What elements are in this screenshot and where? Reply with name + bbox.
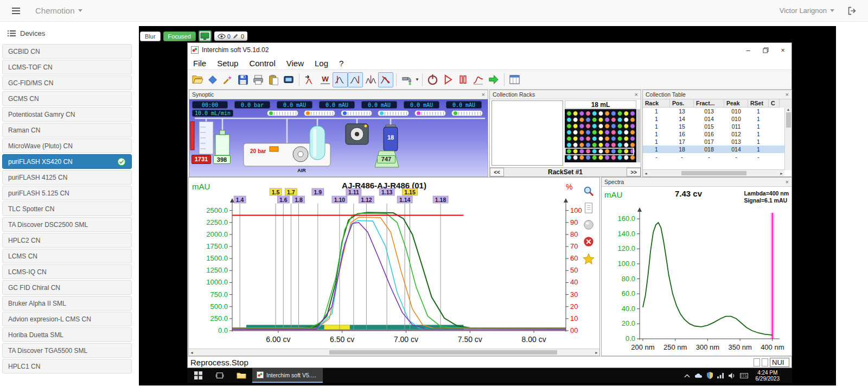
spectra-plot[interactable]: 0.020.040.060.080.0100.0120.0140.0160.02… — [602, 187, 792, 355]
chromatogram-plot[interactable]: 0.0250.0500.0750.01000.01250.01500.01750… — [189, 178, 599, 348]
sphere-icon[interactable] — [583, 219, 595, 231]
delete-icon[interactable] — [583, 236, 595, 248]
sidebar-item-microwave-pluto-cn[interactable]: MicroWave (Pluto) CN — [2, 138, 132, 153]
rack-scrollbar[interactable] — [637, 109, 640, 162]
open-method-icon[interactable] — [190, 72, 205, 87]
scroll-left-icon[interactable]: ◄ — [190, 351, 194, 355]
blur-button[interactable]: Blur — [140, 31, 161, 41]
close-button[interactable]: × — [774, 43, 792, 57]
baseline-w-icon[interactable]: W — [317, 72, 333, 87]
gradient-curve-icon[interactable] — [471, 72, 486, 87]
menu-file[interactable]: File — [188, 59, 212, 68]
sidebar-item-ta-discover-dsc2500-sml[interactable]: TA Discover DSC2500 SML — [2, 217, 132, 232]
table-horizontal-scrollbar[interactable]: ◄ ► — [643, 169, 784, 176]
rackset-next-button[interactable]: >> — [627, 168, 641, 176]
sidebar-item-raman-cn[interactable]: Raman CN — [2, 123, 132, 137]
new-method-icon[interactable] — [205, 72, 220, 87]
sidebar-item-potentiostat-gamry-cn[interactable]: Potentiostat Gamry CN — [2, 107, 132, 122]
table-vertical-scrollbar[interactable]: ▲ — [784, 108, 792, 170]
scroll-right-icon[interactable]: ► — [780, 172, 783, 175]
next-step-icon[interactable] — [486, 72, 501, 87]
menu-view[interactable]: View — [281, 59, 309, 68]
pause-icon[interactable] — [456, 72, 471, 87]
taskbar-app-button[interactable]: Interchim soft V5.1... — [252, 368, 323, 383]
print-icon[interactable] — [251, 72, 266, 87]
sidebar-item-puriflash-4125-cn[interactable]: puriFLASH 4125 CN — [2, 170, 132, 185]
file-explorer-button[interactable] — [231, 368, 252, 383]
monitor-toggle-button[interactable] — [199, 30, 212, 42]
sidebar-item-puriflash-xs420-cn[interactable]: puriFLASH XS420 CN — [2, 154, 132, 169]
start-button[interactable] — [187, 368, 209, 383]
sidebar-item-lcms-cn[interactable]: LCMS CN — [2, 249, 132, 263]
prime-dropdown-caret[interactable]: ▼ — [415, 77, 419, 82]
sidebar-item-hplc1-cn[interactable]: HPLC1 CN — [2, 359, 132, 374]
goto-peak-icon[interactable] — [302, 72, 317, 87]
table-row[interactable]: ----- — [643, 153, 792, 161]
peak-start-icon[interactable] — [333, 72, 348, 87]
rack-tube-grid[interactable] — [565, 109, 636, 162]
table-row[interactable]: 1170170131 — [643, 138, 792, 146]
sidebar-item-gcbid-cn[interactable]: GCBID CN — [2, 44, 132, 59]
peak-split-icon[interactable] — [363, 72, 378, 87]
sidebar-item-puriflash-5-125-cn[interactable]: puriFLASH 5.125 CN — [2, 186, 132, 200]
sidebar-item-horiba-duetta-sml[interactable]: Horiba Duetta SML — [2, 327, 132, 342]
chromatogram-horizontal-scrollbar[interactable]: ◄ ► — [189, 349, 599, 356]
sidebar-item-gc-fid-chiral-cn[interactable]: GC FID Chiral CN — [2, 280, 132, 295]
peak-delete-icon[interactable] — [378, 72, 393, 87]
restore-button[interactable] — [757, 43, 774, 57]
task-view-button[interactable] — [209, 368, 231, 383]
peak-end-icon[interactable] — [348, 72, 363, 87]
menu-setup[interactable]: Setup — [212, 59, 244, 68]
scroll-left-icon[interactable]: ◄ — [644, 172, 648, 175]
table-header-fract-[interactable]: Fract... — [694, 99, 724, 108]
sidebar-item-lcms-tof-cn[interactable]: LCMS-TOF CN — [2, 60, 132, 74]
table-header-c[interactable]: C — [769, 99, 780, 108]
sidebar-item-advion-expresion-l-cms-cn[interactable]: Advion expresion-L CMS CN — [2, 312, 132, 326]
sidebar-item-tlc-spotter-cn[interactable]: TLC Spotter CN — [2, 201, 132, 216]
prime-faucet-icon[interactable] — [399, 72, 414, 87]
wizard-icon[interactable] — [220, 72, 235, 87]
sidebar-item-ta-discover-tga5500-sml[interactable]: TA Discover TGA5500 SML — [2, 343, 132, 358]
sidebar-item-gc-fid-ms-cn[interactable]: GC-FID/MS CN — [2, 75, 132, 90]
sidebar-item-gcms-cn[interactable]: GCMS CN — [2, 91, 132, 106]
taskbar-clock[interactable]: 4:24 PM 6/29/2023 — [756, 370, 780, 382]
table-header-pos-[interactable]: Pos. — [670, 99, 694, 108]
menu-icon[interactable] — [12, 8, 20, 14]
sidebar-item-bruker-alpha-ii-sml[interactable]: Bruker Alpha II SML — [2, 296, 132, 311]
paste-icon[interactable] — [266, 72, 281, 87]
table-header-rset[interactable]: RSet — [748, 99, 769, 108]
favorite-star-icon[interactable] — [582, 252, 595, 265]
table-row[interactable]: 1140140101 — [643, 115, 792, 123]
menu-control[interactable]: Control — [244, 59, 280, 68]
scroll-right-icon[interactable]: ► — [595, 351, 598, 355]
close-icon[interactable]: × — [482, 91, 485, 98]
table-header-rack[interactable]: Rack — [643, 99, 670, 108]
sidebar-item-hplc2-cn[interactable]: HPLC2 CN — [2, 233, 132, 248]
table-header-peak[interactable]: Peak — [724, 99, 748, 108]
zoom-icon[interactable] — [583, 185, 595, 197]
user-menu[interactable]: Victor Larignon — [780, 7, 834, 15]
report-page-icon[interactable] — [583, 202, 594, 214]
minimize-button[interactable]: – — [739, 43, 757, 57]
network-icon[interactable] — [717, 372, 724, 378]
close-icon[interactable]: × — [786, 91, 789, 98]
onedrive-cloud-icon[interactable] — [694, 373, 703, 378]
close-icon[interactable]: × — [635, 91, 638, 98]
volume-icon[interactable] — [729, 372, 736, 379]
table-row[interactable]: 1160160121 — [643, 130, 792, 138]
menu--[interactable]: ? — [334, 59, 349, 68]
focused-button[interactable]: Focused — [163, 31, 196, 41]
defender-shield-icon[interactable] — [707, 372, 713, 379]
touch-keyboard-icon[interactable] — [740, 373, 748, 378]
display-panel-icon[interactable] — [281, 72, 296, 87]
table-row[interactable]: 1150150111 — [643, 123, 792, 130]
table-row[interactable]: 1180180141 — [643, 146, 792, 153]
table-row[interactable]: 1130130101 — [643, 108, 792, 115]
tray-chevron-icon[interactable] — [684, 374, 690, 378]
column-table-icon[interactable] — [507, 72, 522, 87]
sidebar-item-lcms-iq-cn[interactable]: LCMS-IQ CN — [2, 264, 132, 279]
window-titlebar[interactable]: Interchim soft V5.1d.02 – × — [188, 43, 792, 57]
close-icon[interactable]: × — [786, 179, 789, 185]
run-play-icon[interactable] — [441, 72, 456, 87]
brand-dropdown[interactable]: Chemotion — [35, 6, 82, 15]
